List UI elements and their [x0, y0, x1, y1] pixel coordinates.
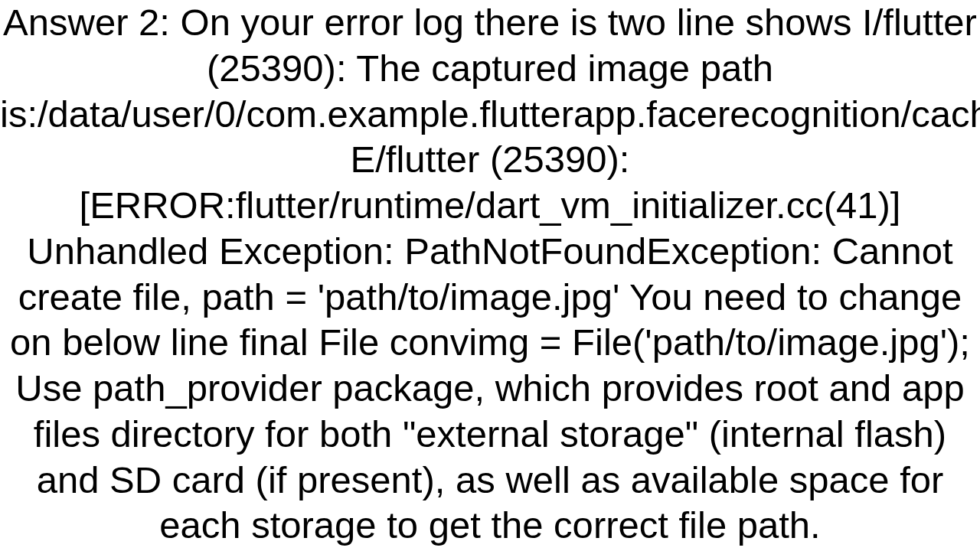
answer-text-block: Answer 2: On your error log there is two…	[0, 0, 980, 551]
